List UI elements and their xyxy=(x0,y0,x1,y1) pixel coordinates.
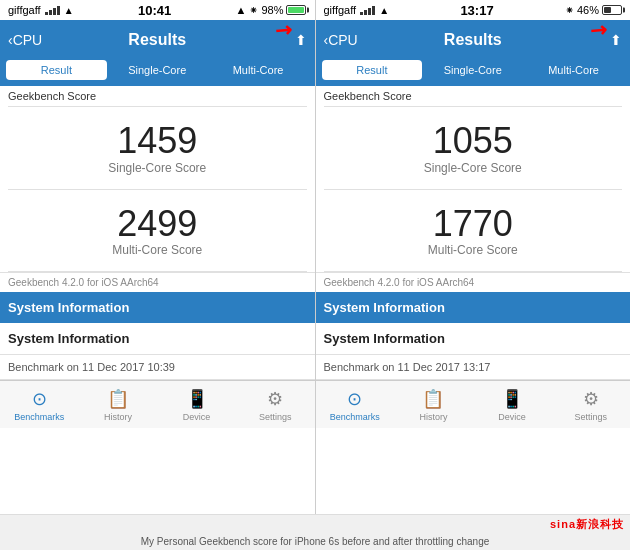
left-content: Geekbench Score 1459 Single-Core Score 2… xyxy=(0,86,315,514)
left-settings-icon: ⚙ xyxy=(267,388,283,410)
left-benchmarks-icon: ⊙ xyxy=(32,388,47,410)
right-benchmarks-icon: ⊙ xyxy=(347,388,362,410)
right-phone: giffgaff ▲ 13:17 ⁕ 46% ‹ CPU xyxy=(316,0,631,514)
right-settings-icon: ⚙ xyxy=(583,388,599,410)
right-signal xyxy=(360,6,375,15)
caption-text: My Personal Geekbench score for iPhone 6… xyxy=(141,536,490,547)
right-bt-icon: ⁕ xyxy=(565,4,574,17)
right-carrier: giffgaff xyxy=(324,4,357,16)
left-battery-pct: 98% xyxy=(261,4,283,16)
right-device-icon: 📱 xyxy=(501,388,523,410)
left-tab-device[interactable]: 📱 Device xyxy=(157,381,236,428)
right-history-label: History xyxy=(419,412,447,422)
caption-row: My Personal Geekbench score for iPhone 6… xyxy=(0,534,630,550)
left-single-core-label: Single-Core Score xyxy=(0,161,315,175)
left-single-core-section: 1459 Single-Core Score xyxy=(0,107,315,189)
right-history-icon: 📋 xyxy=(422,388,444,410)
left-benchmarks-label: Benchmarks xyxy=(14,412,64,422)
right-tab-single[interactable]: Single-Core xyxy=(422,60,523,80)
right-multi-core-section: 1770 Multi-Core Score xyxy=(316,190,631,272)
right-back-button[interactable]: ‹ CPU xyxy=(324,32,358,48)
right-tab-history[interactable]: 📋 History xyxy=(394,381,473,428)
right-nav-bar: ‹ CPU Results ⬆ ↗ xyxy=(316,20,631,60)
left-location-icon: ▲ xyxy=(236,4,247,16)
left-settings-label: Settings xyxy=(259,412,292,422)
right-single-core-score: 1055 xyxy=(316,121,631,161)
right-single-core-label: Single-Core Score xyxy=(316,161,631,175)
left-back-button[interactable]: ‹ CPU xyxy=(8,32,42,48)
left-geekbench-version: Geekbench 4.2.0 for iOS AArch64 xyxy=(0,272,315,292)
left-bottom-tabs: ⊙ Benchmarks 📋 History 📱 Device ⚙ Settin… xyxy=(0,380,315,428)
left-tab-result[interactable]: Result xyxy=(6,60,107,80)
left-nav-bar: ‹ CPU Results ⬆ ↗ xyxy=(0,20,315,60)
right-time: 13:17 xyxy=(460,3,493,18)
left-status-bar: giffgaff ▲ 10:41 ▲ ⁕ 98% xyxy=(0,0,315,20)
right-tabs-bar: Result Single-Core Multi-Core xyxy=(316,60,631,86)
right-tab-device[interactable]: 📱 Device xyxy=(473,381,552,428)
right-battery-pct: 46% xyxy=(577,4,599,16)
left-time: 10:41 xyxy=(138,3,171,18)
left-wifi-icon: ▲ xyxy=(64,5,74,16)
right-status-bar: giffgaff ▲ 13:17 ⁕ 46% xyxy=(316,0,631,20)
left-geekbench-label: Geekbench Score xyxy=(0,86,315,106)
right-content: Geekbench Score 1055 Single-Core Score 1… xyxy=(316,86,631,514)
left-tab-multi[interactable]: Multi-Core xyxy=(208,60,309,80)
left-tabs-bar: Result Single-Core Multi-Core xyxy=(0,60,315,86)
right-device-label: Device xyxy=(498,412,526,422)
left-share-button[interactable]: ⬆ xyxy=(295,32,307,48)
right-sys-info-row: System Information xyxy=(316,323,631,355)
right-multi-core-score: 1770 xyxy=(316,204,631,244)
left-benchmark-date: Benchmark on 11 Dec 2017 10:39 xyxy=(0,355,315,380)
left-tab-benchmarks[interactable]: ⊙ Benchmarks xyxy=(0,381,79,428)
left-tab-single[interactable]: Single-Core xyxy=(107,60,208,80)
left-tab-history[interactable]: 📋 History xyxy=(79,381,158,428)
left-device-icon: 📱 xyxy=(186,388,208,410)
right-bottom-tabs: ⊙ Benchmarks 📋 History 📱 Device ⚙ Settin… xyxy=(316,380,631,428)
left-sys-info-header: System Information xyxy=(0,292,315,323)
right-tab-result[interactable]: Result xyxy=(322,60,423,80)
right-multi-core-label: Multi-Core Score xyxy=(316,243,631,257)
left-history-icon: 📋 xyxy=(107,388,129,410)
left-multi-core-label: Multi-Core Score xyxy=(0,243,315,257)
watermark-row: sina新浪科技 xyxy=(0,514,630,534)
watermark-text: sina新浪科技 xyxy=(550,517,624,532)
right-single-core-section: 1055 Single-Core Score xyxy=(316,107,631,189)
left-battery-icon xyxy=(286,5,306,15)
right-wifi-icon: ▲ xyxy=(379,5,389,16)
right-geekbench-label: Geekbench Score xyxy=(316,86,631,106)
right-benchmark-date: Benchmark on 11 Dec 2017 13:17 xyxy=(316,355,631,380)
right-geekbench-version: Geekbench 4.2.0 for iOS AArch64 xyxy=(316,272,631,292)
left-device-label: Device xyxy=(183,412,211,422)
right-nav-title: Results xyxy=(444,31,502,49)
left-nav-title: Results xyxy=(128,31,186,49)
left-carrier: giffgaff xyxy=(8,4,41,16)
right-tab-settings[interactable]: ⚙ Settings xyxy=(551,381,630,428)
right-sys-info-header: System Information xyxy=(316,292,631,323)
right-tab-benchmarks[interactable]: ⊙ Benchmarks xyxy=(316,381,395,428)
left-sys-info-row: System Information xyxy=(0,323,315,355)
left-signal xyxy=(45,6,60,15)
left-history-label: History xyxy=(104,412,132,422)
left-tab-settings[interactable]: ⚙ Settings xyxy=(236,381,315,428)
left-phone: giffgaff ▲ 10:41 ▲ ⁕ 98% xyxy=(0,0,316,514)
left-multi-core-score: 2499 xyxy=(0,204,315,244)
left-bt-icon: ⁕ xyxy=(249,4,258,17)
right-tab-multi[interactable]: Multi-Core xyxy=(523,60,624,80)
left-single-core-score: 1459 xyxy=(0,121,315,161)
right-battery-icon xyxy=(602,5,622,15)
right-benchmarks-label: Benchmarks xyxy=(330,412,380,422)
left-multi-core-section: 2499 Multi-Core Score xyxy=(0,190,315,272)
right-share-button[interactable]: ⬆ xyxy=(610,32,622,48)
right-settings-label: Settings xyxy=(574,412,607,422)
